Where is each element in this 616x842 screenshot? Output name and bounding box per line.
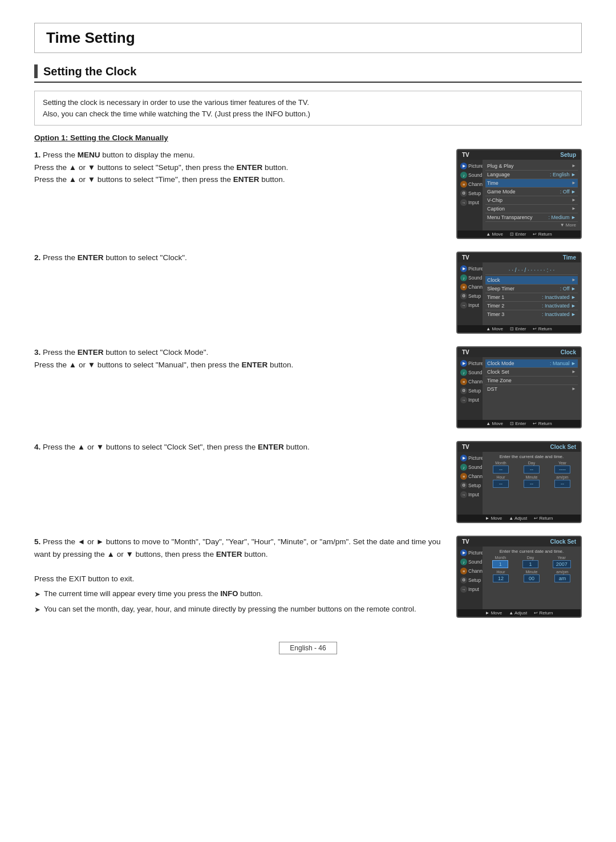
tv-body-time: ▶ Picture ♪ Sound ≡ Channel ⚙ Setup [457,262,581,325]
setup-row-time: Time ► [485,179,578,188]
t-picture-icon: ▶ [460,265,467,272]
tv-body-clock: ▶ Picture ♪ Sound ≡ Channel ⚙ Setup [457,357,581,420]
cs2-minute: Minute 00 [524,570,540,582]
c-sound-icon: ♪ [460,369,467,376]
tv-content-time: · · / · · / · · · · · · : · · Clock ► Sl… [483,262,581,325]
step-1-num: 1. [34,151,40,159]
note-1: ➤ The current time will appear every tim… [34,588,445,601]
notes-section: ➤ The current time will appear every tim… [34,588,445,616]
option-heading: Option 1: Setting the Clock Manually [34,133,582,142]
tv-label-clock: TV [462,349,469,355]
sidebar-cs1-picture: ▶ Picture [459,454,481,462]
tv-sidebar-time: ▶ Picture ♪ Sound ≡ Channel ⚙ Setup [457,262,483,325]
tv-content-setup: Plug & Play ► Language : English ► Time … [483,160,581,230]
tv-content-cs1: Enter the current date and time. Month -… [483,452,581,515]
tv-sidebar-cs2: ▶ Picture ♪ Sound ≡ Channel ⚙ Setup [457,547,483,609]
sidebar-t-setup: ⚙ Setup [459,292,481,300]
tv-label-clockset1: TV [462,444,469,450]
sidebar-t-channel: ≡ Channel [459,283,481,291]
setup-more: ▼ More [485,222,578,228]
cs1-month: Month -- [493,461,509,473]
step-5-row: 5. Press the ◄ or ► buttons to move to "… [34,536,582,619]
sidebar-cs2-setup: ⚙ Setup [459,576,481,584]
time-row-timer2: Timer 2 : Inactivated ► [485,302,578,310]
clock-display: · · / · · / · · · · · · : · · [485,265,578,275]
cs1-hour: Hour -- [493,475,509,488]
sidebar-cs2-input: → Input [459,585,481,593]
sidebar-cs1-sound: ♪ Sound [459,463,481,471]
sidebar-c-input: → Input [459,396,481,404]
tv-screen-clockset2: TV Clock Set ▶ Picture ♪ Sound ≡ Channel [456,536,582,618]
cs2-enter-label: Enter the current date and time. [485,549,578,554]
cs1-sound-icon: ♪ [460,464,467,471]
sidebar-input: → Input [459,199,481,207]
step-4-image: TV Clock Set ▶ Picture ♪ Sound ≡ Channel [456,441,582,523]
tv-footer-cs2: ► Move ▲ Adjust ↩ Return [457,609,581,617]
sidebar-channel: ≡ Channel [459,180,481,188]
step-2-text: 2. Press the ENTER button to select "Clo… [34,252,445,264]
cs2-fields-row1: Month 1 Day 1 Year 2007 [485,556,578,568]
cs2-sound-icon: ♪ [460,558,467,565]
sidebar-c-sound: ♪ Sound [459,369,481,377]
sidebar-cs1-channel: ≡ Channel [459,472,481,480]
cs2-picture-icon: ▶ [460,549,467,556]
cs2-input-icon: → [460,586,467,593]
cs1-input-icon: → [460,491,467,498]
sound-icon: ♪ [460,172,467,179]
cs1-picture-icon: ▶ [460,455,467,462]
input-icon: → [460,199,467,206]
step-2-row: 2. Press the ENTER button to select "Clo… [34,252,582,334]
cs1-setup-icon: ⚙ [460,482,467,489]
cs2-month: Month 1 [492,556,508,568]
time-row-clock: Clock ► [485,276,578,285]
step-1-text: 1. Press the MENU button to display the … [34,149,445,186]
section-heading-bar [34,64,38,78]
sidebar-cs2-picture: ▶ Picture [459,549,481,557]
intro-box: Setting the clock is necessary in order … [34,91,582,126]
tv-sidebar-clock: ▶ Picture ♪ Sound ≡ Channel ⚙ Setup [457,357,483,420]
step-1-row: 1. Press the MENU button to display the … [34,149,582,239]
sidebar-setup: ⚙ Setup [459,189,481,197]
sidebar-sound: ♪ Sound [459,171,481,179]
cs1-channel-icon: ≡ [460,473,467,480]
cs1-fields-row1: Month -- Day -- Year ---- [485,461,578,473]
note-1-arrow: ➤ [34,589,40,601]
clock-row-timezone: Time Zone [485,377,578,385]
tv-body-clockset2: ▶ Picture ♪ Sound ≡ Channel ⚙ Setup [457,547,581,609]
cs1-ampm: am/pm -- [554,475,570,488]
step-2-num: 2. [34,253,40,262]
sidebar-cs2-channel: ≡ Channel [459,567,481,575]
t-channel-icon: ≡ [460,284,467,290]
note-1-text: The current time will appear every time … [44,588,263,600]
tv-content-cs2: Enter the current date and time. Month 1… [483,547,581,609]
cs2-hour: Hour 12 [493,570,509,582]
tv-label-setup: TV [462,152,469,158]
page-title: Time Setting [46,29,570,47]
section-heading: Setting the Clock [34,64,582,83]
tv-body-clockset1: ▶ Picture ♪ Sound ≡ Channel ⚙ Setup [457,452,581,515]
setup-row-menutrans: Menu Transparency : Medium ► [485,213,578,222]
tv-screen-setup-header: TV Setup [457,150,581,160]
step-5-image: TV Clock Set ▶ Picture ♪ Sound ≡ Channel [456,536,582,618]
tv-sidebar-setup: ▶ Picture ♪ Sound ≡ Channel ⚙ Setup [457,160,483,230]
tv-screen-clock: TV Clock ▶ Picture ♪ Sound ≡ Channel [456,346,582,428]
setup-row-vchip: V-Chip ► [485,196,578,205]
tv-footer-time: ▲ Move ⊡ Enter ↩ Return [457,325,581,333]
sidebar-cs2-sound: ♪ Sound [459,558,481,566]
tv-screen-time: TV Time ▶ Picture ♪ Sound ≡ Channel [456,252,582,334]
section-title: Setting the Clock [43,65,136,78]
page-title-box: Time Setting [34,23,582,53]
page-footer-label: English - 46 [279,642,337,654]
cs2-year: Year 2007 [553,556,571,568]
sidebar-t-sound: ♪ Sound [459,274,481,282]
setup-row-caption: Caption ► [485,205,578,213]
channel-icon: ≡ [460,181,467,188]
tv-title-clockset1: Clock Set [550,444,576,450]
step-4-text: 4. Press the ▲ or ▼ buttons to select "C… [34,441,445,454]
step-5-num: 5. [34,537,40,546]
cs2-setup-icon: ⚙ [460,577,467,584]
note-2-text: You can set the month, day, year, hour, … [44,604,416,616]
setup-icon: ⚙ [460,190,467,197]
tv-content-clock: Clock Mode : Manual ► Clock Set ► Time Z… [483,357,581,420]
t-sound-icon: ♪ [460,274,467,281]
